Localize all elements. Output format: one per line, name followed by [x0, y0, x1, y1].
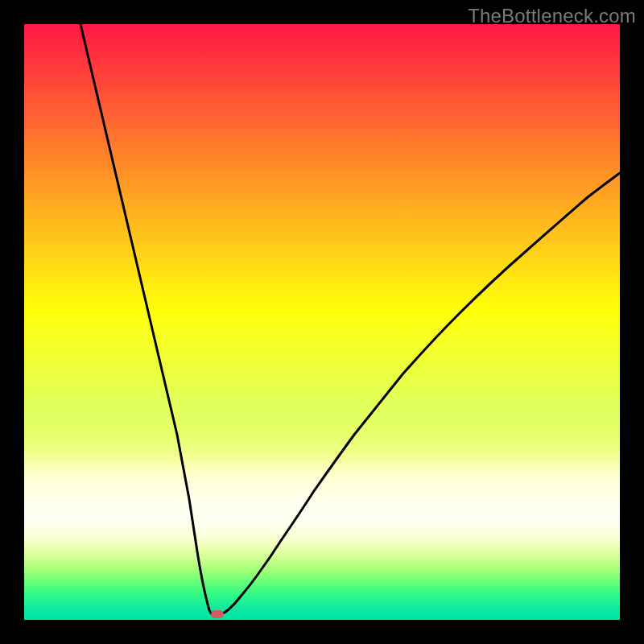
- optimal-point-marker: [211, 610, 224, 618]
- bottleneck-curve: [24, 24, 620, 620]
- watermark-text: TheBottleneck.com: [468, 5, 636, 27]
- curve-path: [80, 24, 620, 617]
